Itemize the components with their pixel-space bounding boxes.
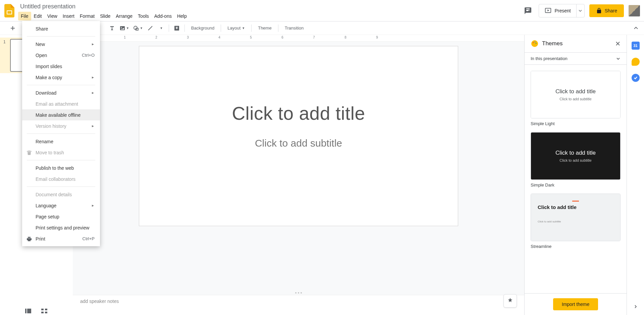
file-menu-publish-web[interactable]: Publish to the web [22,162,100,173]
svg-rect-3 [120,26,125,30]
svg-rect-13 [27,309,31,313]
editor-area: 1 2 3 4 5 6 7 8 9 Click to add title Cli… [73,35,524,315]
file-menu-email-collaborators: Email collaborators [22,173,100,185]
svg-point-10 [535,42,536,43]
layout-button[interactable]: Layout▼ [224,23,248,33]
menu-addons[interactable]: Add-ons [152,12,174,20]
collapse-toolbar-button[interactable] [631,23,641,33]
menu-help[interactable]: Help [174,12,190,20]
background-button[interactable]: Background [188,23,218,33]
file-menu-share[interactable]: Share [22,23,100,34]
chevron-right-icon [633,304,638,309]
present-label: Present [554,8,571,13]
insert-image-button[interactable]: ▼ [118,23,130,33]
app-header: Untitled presentation File Edit View Ins… [0,0,644,21]
file-menu-language[interactable]: Language► [22,200,100,211]
svg-rect-15 [45,309,47,310]
theme-button[interactable]: Theme [255,23,275,33]
theme-option-simple-dark[interactable]: Click to add title Click to add subtitle [531,132,621,180]
svg-point-5 [134,26,137,30]
svg-rect-12 [25,309,26,313]
menu-edit[interactable]: Edit [31,12,45,20]
menu-view[interactable]: View [45,12,60,20]
file-menu-version-history: Version history► [22,120,100,132]
present-icon [544,7,552,14]
present-button-group: Present [539,4,584,17]
svg-point-11 [536,43,537,44]
document-title[interactable]: Untitled presentation [18,2,190,11]
slide-title-placeholder[interactable]: Click to add title [232,103,365,124]
menu-format[interactable]: Format [77,12,97,20]
filmstrip-view-icon[interactable] [25,309,31,313]
file-menu-email-attachment: Email as attachment [22,98,100,109]
in-this-presentation-toggle[interactable]: In this presentation [525,53,627,65]
svg-rect-17 [45,312,47,313]
svg-rect-16 [41,312,44,313]
file-menu-page-setup[interactable]: Page setup [22,211,100,222]
close-themes-button[interactable] [615,41,621,46]
notes-resize-handle[interactable] [73,291,524,295]
lock-icon [596,8,602,14]
insert-shape-button[interactable]: ▼ [132,23,144,33]
speaker-notes[interactable]: add speaker notes [73,295,524,315]
file-menu-download[interactable]: Download► [22,87,100,98]
file-menu-new[interactable]: New► [22,39,100,50]
theme-option-streamline[interactable]: Click to add title Click to add subtitle [531,194,621,241]
file-menu-move-to-trash: Move to trash [22,147,100,158]
svg-rect-14 [41,309,44,310]
menu-tools[interactable]: Tools [135,12,152,20]
svg-point-4 [121,27,122,28]
slide-subtitle-placeholder[interactable]: Click to add subtitle [255,138,342,149]
import-theme-button[interactable]: Import theme [553,298,598,310]
slide-number: 1 [3,39,10,72]
file-menu-make-copy[interactable]: Make a copy► [22,72,100,83]
file-menu-open[interactable]: OpenCtrl+O [22,50,100,61]
file-menu-rename[interactable]: Rename [22,136,100,147]
transition-button[interactable]: Transition [281,23,307,33]
explore-icon [506,297,514,305]
share-button[interactable]: Share [589,4,624,17]
insert-line-dropdown[interactable]: ▼ [156,23,166,33]
file-menu-import-slides[interactable]: Import slides [22,61,100,72]
chevron-down-icon [579,9,582,12]
slides-logo-icon [3,4,16,17]
svg-rect-1 [7,11,11,14]
theme-name: Simple Dark [531,182,621,188]
menubar: File Edit View Insert Format Slide Arran… [18,11,190,20]
menu-slide[interactable]: Slide [97,12,113,20]
new-slide-button[interactable] [8,23,17,33]
calendar-addon-icon[interactable]: 31 [632,42,640,50]
view-mode-bar [0,307,72,315]
file-menu-dropdown: Share New► OpenCtrl+O Import slides Make… [22,21,100,246]
menu-insert[interactable]: Insert [60,12,77,20]
present-dropdown[interactable] [576,4,584,17]
svg-point-8 [531,40,538,47]
open-comments-icon[interactable] [522,5,534,17]
text-box-button[interactable] [107,23,117,33]
print-icon [26,236,32,242]
file-menu-print-settings[interactable]: Print settings and preview [22,222,100,233]
keep-addon-icon[interactable] [632,58,640,66]
themes-palette-icon [531,40,539,48]
menu-arrange[interactable]: Arrange [113,12,135,20]
theme-name: Streamline [531,244,621,249]
ruler: 1 2 3 4 5 6 7 8 9 [73,35,524,42]
svg-point-9 [533,42,534,43]
file-menu-document-details: Document details [22,189,100,200]
close-icon [615,41,621,46]
side-rail-collapse[interactable] [633,304,638,309]
trash-icon [26,150,32,156]
explore-button[interactable] [503,294,517,308]
grid-view-icon[interactable] [41,309,47,313]
slide-canvas[interactable]: Click to add title Click to add subtitle [139,46,458,226]
chevron-down-icon [616,56,621,61]
insert-line-button[interactable] [146,23,155,33]
file-menu-print[interactable]: PrintCtrl+P [22,233,100,244]
present-button[interactable]: Present [539,4,576,17]
theme-option-simple-light[interactable]: Click to add title Click to add subtitle [531,71,621,118]
account-avatar[interactable] [629,5,640,16]
tasks-addon-icon[interactable] [632,74,640,82]
insert-comment-button[interactable] [172,23,181,33]
menu-file[interactable]: File [18,12,31,20]
file-menu-make-available-offline[interactable]: Make available offline [22,109,100,120]
